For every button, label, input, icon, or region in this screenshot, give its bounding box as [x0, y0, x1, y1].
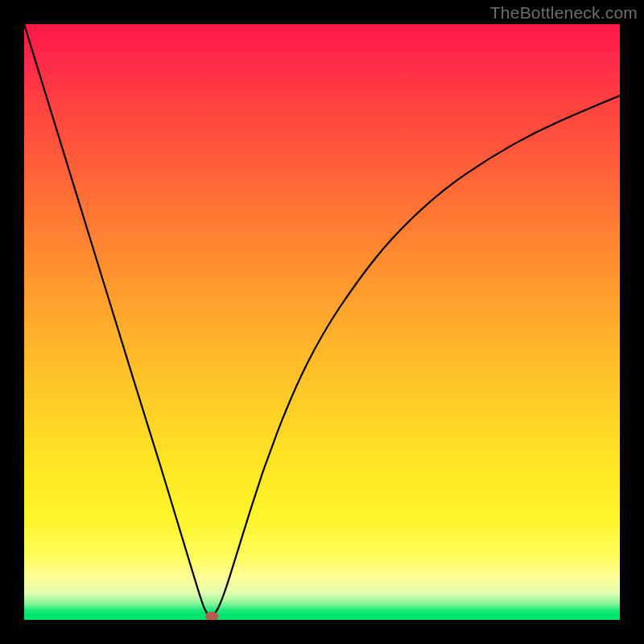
watermark-text: TheBottleneck.com	[490, 3, 638, 23]
bottleneck-curve	[24, 24, 620, 616]
bottleneck-curve-svg	[24, 24, 620, 620]
plot-area	[24, 24, 620, 620]
chart-frame: TheBottleneck.com	[0, 0, 644, 644]
